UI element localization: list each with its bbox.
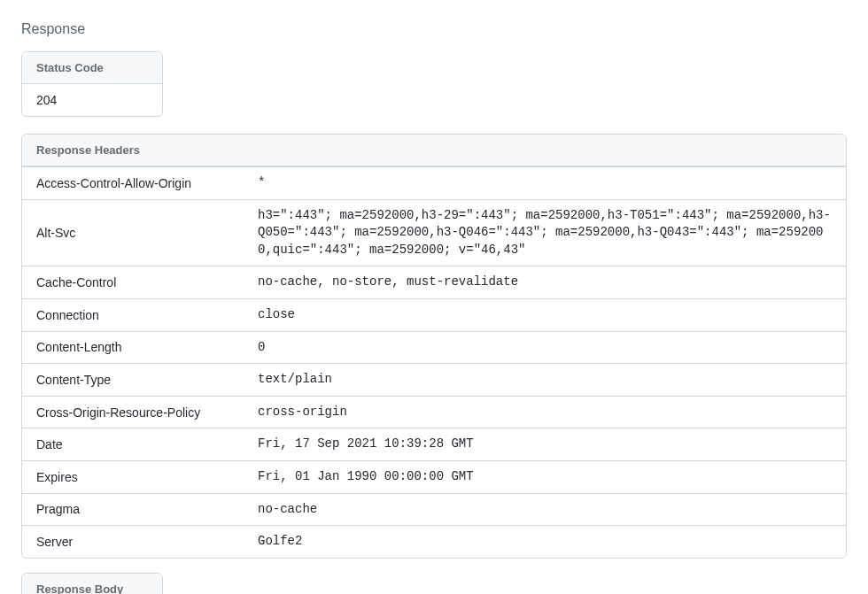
section-title: Response (21, 21, 847, 37)
header-value: close (244, 298, 846, 331)
header-key: Access-Control-Allow-Origin (22, 167, 244, 200)
response-body-panel: Response Body None (21, 573, 163, 594)
status-code-panel: Status Code 204 (21, 51, 163, 117)
response-body-label: Response Body (22, 574, 162, 594)
header-key: Content-Length (22, 331, 244, 364)
table-row: DateFri, 17 Sep 2021 10:39:28 GMT (22, 428, 846, 461)
header-value: Golfe2 (244, 526, 846, 558)
response-headers-table: Access-Control-Allow-Origin*Alt-Svch3=":… (22, 166, 846, 558)
response-headers-label: Response Headers (22, 135, 846, 166)
table-row: Connectionclose (22, 298, 846, 331)
header-value: no-cache (244, 493, 846, 526)
header-value: Fri, 01 Jan 1990 00:00:00 GMT (244, 460, 846, 493)
response-headers-panel: Response Headers Access-Control-Allow-Or… (21, 134, 847, 559)
header-key: Content-Type (22, 364, 244, 397)
table-row: Cache-Controlno-cache, no-store, must-re… (22, 266, 846, 299)
table-row: Content-Length0 (22, 331, 846, 364)
header-value: 0 (244, 331, 846, 364)
header-key: Cross-Origin-Resource-Policy (22, 396, 244, 428)
response-section: Response Status Code 204 Response Header… (21, 21, 847, 594)
header-key: Server (22, 526, 244, 558)
header-value: cross-origin (244, 396, 846, 428)
header-value: * (244, 167, 846, 200)
header-value: Fri, 17 Sep 2021 10:39:28 GMT (244, 428, 846, 461)
header-key: Expires (22, 460, 244, 493)
table-row: Cross-Origin-Resource-Policycross-origin (22, 396, 846, 428)
table-row: Alt-Svch3=":443"; ma=2592000,h3-29=":443… (22, 199, 846, 266)
table-row: Pragmano-cache (22, 493, 846, 526)
status-code-value: 204 (22, 84, 162, 116)
table-row: ExpiresFri, 01 Jan 1990 00:00:00 GMT (22, 460, 846, 493)
header-key: Pragma (22, 493, 244, 526)
status-code-label: Status Code (22, 52, 162, 84)
header-value: h3=":443"; ma=2592000,h3-29=":443"; ma=2… (244, 199, 846, 266)
table-row: Access-Control-Allow-Origin* (22, 167, 846, 200)
header-key: Connection (22, 298, 244, 331)
header-key: Cache-Control (22, 266, 244, 299)
table-row: Content-Typetext/plain (22, 364, 846, 397)
table-row: ServerGolfe2 (22, 526, 846, 558)
header-value: text/plain (244, 364, 846, 397)
header-key: Date (22, 428, 244, 461)
header-value: no-cache, no-store, must-revalidate (244, 266, 846, 299)
header-key: Alt-Svc (22, 199, 244, 266)
